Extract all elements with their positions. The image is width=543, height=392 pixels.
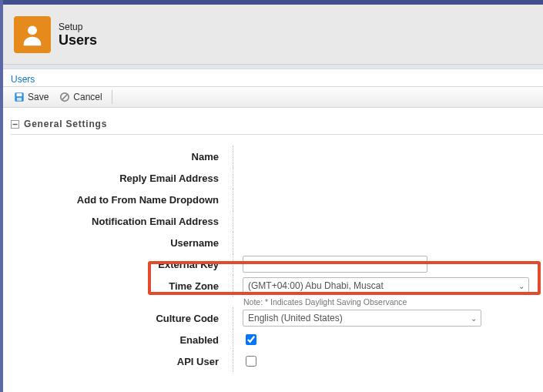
- time-zone-note: Note: * Indicates Daylight Saving Observ…: [243, 297, 543, 307]
- label-enabled: Enabled: [11, 334, 233, 346]
- label-culture-code: Culture Code: [11, 313, 233, 324]
- label-name: Name: [11, 151, 233, 162]
- label-api-user: API User: [11, 356, 233, 367]
- enabled-checkbox[interactable]: [246, 334, 256, 345]
- svg-line-5: [62, 95, 68, 100]
- label-reply-email: Reply Email Address: [11, 173, 233, 184]
- action-toolbar: Save Cancel: [3, 86, 543, 108]
- breadcrumb-users[interactable]: Users: [11, 74, 35, 85]
- page-title: Users: [59, 32, 97, 48]
- label-notif-email: Notification Email Address: [11, 216, 233, 227]
- svg-rect-2: [17, 93, 22, 96]
- user-icon: [14, 16, 51, 53]
- label-username: Username: [11, 237, 233, 249]
- external-key-input[interactable]: [243, 256, 427, 273]
- collapse-icon: [11, 120, 19, 129]
- cancel-button[interactable]: Cancel: [55, 90, 106, 104]
- section-title: General Settings: [24, 119, 107, 129]
- culture-code-select[interactable]: English (United States): [243, 310, 481, 327]
- api-user-checkbox[interactable]: [246, 356, 256, 367]
- label-time-zone: Time Zone: [11, 280, 233, 292]
- label-add-from: Add to From Name Dropdown: [11, 194, 233, 206]
- cancel-icon: [59, 92, 70, 102]
- section-header[interactable]: General Settings: [11, 116, 543, 135]
- save-label: Save: [28, 92, 49, 102]
- svg-point-0: [28, 25, 37, 35]
- cancel-label: Cancel: [73, 92, 102, 102]
- label-external-key: External Key: [11, 259, 233, 270]
- save-icon: [14, 92, 25, 102]
- toolbar-separator: [112, 90, 112, 104]
- save-button[interactable]: Save: [9, 90, 53, 104]
- time-zone-select[interactable]: (GMT+04:00) Abu Dhabi, Muscat: [243, 277, 529, 294]
- svg-rect-3: [17, 98, 22, 101]
- page-supertitle: Setup: [59, 22, 97, 32]
- page-banner: Setup Users: [3, 5, 543, 65]
